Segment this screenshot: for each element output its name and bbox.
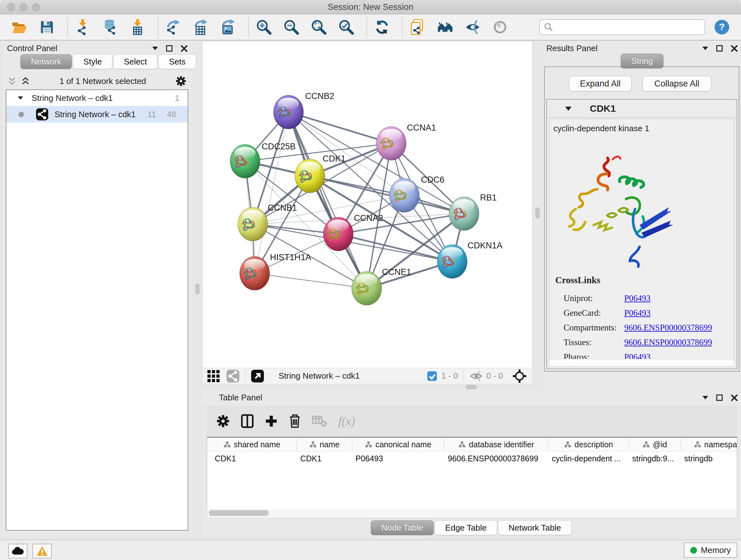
export-table-icon[interactable] xyxy=(192,18,209,36)
column-header-database-identifier[interactable]: database identifier xyxy=(445,438,549,451)
birdseye-crosshair-icon[interactable] xyxy=(513,369,527,383)
panel-close-icon[interactable] xyxy=(731,45,738,52)
tab-node-table[interactable]: Node Table xyxy=(371,520,434,535)
table-settings-gear-icon[interactable] xyxy=(216,415,230,428)
detach-view-icon[interactable] xyxy=(251,370,264,382)
panel-collapse-icon[interactable] xyxy=(152,46,158,51)
table-cell[interactable]: cyclin-dependent ... xyxy=(549,451,629,465)
save-session-icon[interactable] xyxy=(38,18,56,36)
zoom-fit-icon[interactable] xyxy=(310,18,327,36)
node-entry-header[interactable]: CDK1 xyxy=(547,100,737,118)
apply-layout-icon[interactable] xyxy=(374,18,391,36)
string-view-icon[interactable] xyxy=(226,370,239,382)
node-label-CCNE1: CCNE1 xyxy=(382,267,411,277)
export-network-icon[interactable] xyxy=(165,18,182,36)
tab-string-results[interactable]: String xyxy=(621,54,664,68)
column-header-shared-name[interactable]: shared name xyxy=(207,438,297,451)
zoom-in-icon[interactable] xyxy=(255,18,273,36)
help-button[interactable]: ? xyxy=(714,19,730,36)
control-panel-title: Control Panel xyxy=(7,44,57,53)
column-header-canonical-name[interactable]: canonical name xyxy=(352,438,445,451)
scrollbar-thumb[interactable] xyxy=(209,510,269,516)
import-table-file-icon[interactable] xyxy=(129,18,146,36)
column-header-name[interactable]: name xyxy=(297,438,352,451)
zoom-out-icon[interactable] xyxy=(283,18,300,36)
delete-column-trash-icon[interactable] xyxy=(288,414,301,428)
expand-all-tree-icon[interactable] xyxy=(8,77,17,85)
show-columns-icon[interactable] xyxy=(241,414,254,428)
table-cell[interactable]: stringdb xyxy=(681,451,737,465)
column-header--id[interactable]: @id xyxy=(629,438,681,451)
column-header-label: @id xyxy=(653,440,667,449)
import-network-file-icon[interactable] xyxy=(74,18,91,36)
panel-float-icon[interactable] xyxy=(166,45,173,52)
search-input[interactable] xyxy=(553,22,701,33)
table-cell[interactable]: 9606.ENSP00000378699 xyxy=(445,451,549,465)
edge-CCNB2-HIST1H1A[interactable] xyxy=(255,112,288,273)
panel-float-icon[interactable] xyxy=(716,45,723,52)
column-header-description[interactable]: description xyxy=(549,438,629,451)
crosslink-compartments--link[interactable]: 9606.ENSP00000378699 xyxy=(624,323,712,333)
network-node-CDKN1A[interactable]: CDKN1A xyxy=(437,241,502,278)
panel-float-icon[interactable] xyxy=(716,394,723,401)
table-cell[interactable]: CDK1 xyxy=(207,451,297,465)
network-node-CDK1[interactable]: CDK1 xyxy=(295,154,346,193)
hide-labels-eye-icon[interactable] xyxy=(464,18,481,36)
entry-collapse-icon[interactable] xyxy=(565,106,572,111)
network-node-CCNE1[interactable]: CCNE1 xyxy=(352,267,411,305)
table-cell[interactable]: CDK1 xyxy=(297,451,352,465)
tab-network-table[interactable]: Network Table xyxy=(498,520,571,535)
network-node-HIST1H1A[interactable]: HIST1H1A xyxy=(240,253,311,290)
warnings-button[interactable] xyxy=(32,544,52,558)
column-type-icon xyxy=(224,441,231,448)
string-import-icon[interactable] xyxy=(409,18,426,36)
expand-all-button[interactable]: Expand All xyxy=(569,76,631,91)
export-image-icon[interactable] xyxy=(219,18,237,36)
crosslink-uniprot--link[interactable]: P06493 xyxy=(624,294,651,303)
open-session-icon[interactable] xyxy=(11,18,28,36)
selected-checkbox-icon[interactable] xyxy=(427,371,437,381)
tab-edge-table[interactable]: Edge Table xyxy=(434,520,497,535)
panel-collapse-icon[interactable] xyxy=(702,46,709,51)
panel-close-icon[interactable] xyxy=(731,394,738,401)
memory-button[interactable]: Memory xyxy=(684,543,737,558)
edge-CCNB2-CCNA1[interactable] xyxy=(288,112,391,143)
network-options-gear-icon[interactable] xyxy=(176,76,186,86)
table-horizontal-scrollbar[interactable] xyxy=(207,509,737,518)
collapse-all-tree-icon[interactable] xyxy=(21,77,30,85)
tab-network[interactable]: Network xyxy=(20,54,72,69)
network-canvas[interactable]: CCNB2CCNA1CDC25BCDK1CDC6RB1CCNB1CCNA2CDK… xyxy=(202,42,532,368)
add-column-icon[interactable] xyxy=(265,415,278,428)
zoom-selected-icon[interactable] xyxy=(338,18,355,36)
column-header-namespac[interactable]: namespac xyxy=(681,438,737,451)
crosslink-tissues--link[interactable]: 9606.ENSP00000378699 xyxy=(624,337,712,348)
tab-select[interactable]: Select xyxy=(113,54,157,69)
network-row-selected[interactable]: String Network – cdk1 11 48 xyxy=(6,106,188,123)
import-network-database-icon[interactable] xyxy=(102,18,119,36)
table-row[interactable]: CDK1CDK1P064939606.ENSP00000378699cyclin… xyxy=(207,451,737,465)
tab-style[interactable]: Style xyxy=(73,54,112,69)
home-icon[interactable] xyxy=(436,18,454,36)
bottom-splitter-handle[interactable] xyxy=(466,385,477,389)
network-collection-row[interactable]: String Network – cdk1 1 xyxy=(6,90,188,106)
panel-collapse-icon[interactable] xyxy=(702,395,709,400)
show-labels-eye-icon[interactable] xyxy=(491,18,509,36)
collapse-all-button[interactable]: Collapse All xyxy=(643,76,711,91)
panel-close-icon[interactable] xyxy=(181,45,188,52)
collection-expand-icon[interactable] xyxy=(18,96,23,100)
network-node-RB1[interactable]: RB1 xyxy=(449,193,497,231)
hidden-eye-slash-icon[interactable] xyxy=(470,370,482,382)
table-cell[interactable]: stringdb:9... xyxy=(629,451,681,465)
grid-view-icon[interactable] xyxy=(207,370,219,382)
network-selection-status: 1 of 1 Network selected xyxy=(30,76,176,86)
search-box[interactable] xyxy=(539,19,705,35)
right-splitter-handle[interactable] xyxy=(536,207,540,219)
left-splitter-handle[interactable] xyxy=(195,284,199,294)
automation-cloud-button[interactable] xyxy=(8,544,27,558)
table-cell[interactable]: P06493 xyxy=(352,451,445,465)
tab-sets[interactable]: Sets xyxy=(158,54,196,69)
edge-HIST1H1A-CCNE1[interactable] xyxy=(255,273,367,288)
network-node-CCNA1[interactable]: CCNA1 xyxy=(376,123,436,160)
network-node-CDC25B[interactable]: CDC25B xyxy=(230,142,296,178)
crosslink-genecard--link[interactable]: P06493 xyxy=(624,308,651,318)
